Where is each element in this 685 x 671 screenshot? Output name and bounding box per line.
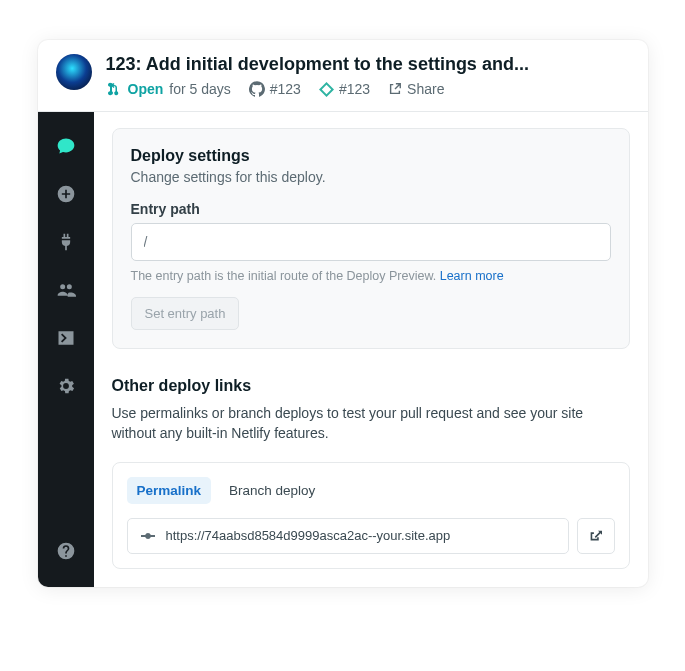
github-link[interactable]: #123 xyxy=(249,81,301,97)
sidebar-item-terminal[interactable] xyxy=(38,314,94,362)
content: Deploy settings Change settings for this… xyxy=(94,112,648,587)
share-button[interactable]: Share xyxy=(388,81,444,97)
entry-path-label: Entry path xyxy=(131,201,611,217)
entry-path-help: The entry path is the initial route of t… xyxy=(131,269,611,283)
header-text: 123: Add initial development to the sett… xyxy=(106,54,630,97)
deploy-drawer: 123: Add initial development to the sett… xyxy=(38,40,648,587)
plug-icon xyxy=(56,232,76,252)
deploy-url-text: https://74aabsd8584d9999asca2ac--your.si… xyxy=(166,528,451,543)
sidebar-item-plugins[interactable] xyxy=(38,218,94,266)
pull-request-icon xyxy=(106,81,122,97)
terminal-icon xyxy=(56,328,76,348)
deploy-link-tabs: Permalink Branch deploy xyxy=(127,477,615,504)
netlify-link[interactable]: #123 xyxy=(319,81,370,97)
sidebar xyxy=(38,112,94,587)
entry-path-input[interactable] xyxy=(131,223,611,261)
deploy-settings-card: Deploy settings Change settings for this… xyxy=(112,128,630,349)
deploy-url-field[interactable]: https://74aabsd8584d9999asca2ac--your.si… xyxy=(127,518,569,554)
gear-icon xyxy=(56,376,76,396)
chat-icon xyxy=(56,136,76,156)
learn-more-link[interactable]: Learn more xyxy=(440,269,504,283)
sidebar-item-members[interactable] xyxy=(38,266,94,314)
avatar xyxy=(56,54,92,90)
set-entry-path-button[interactable]: Set entry path xyxy=(131,297,240,330)
people-icon xyxy=(56,280,76,300)
tab-branch-deploy[interactable]: Branch deploy xyxy=(219,477,325,504)
commit-icon xyxy=(140,528,156,544)
status-label: Open xyxy=(128,81,164,97)
deploy-settings-description: Change settings for this deploy. xyxy=(131,169,611,185)
other-deploy-links-section: Other deploy links Use permalinks or bra… xyxy=(112,377,630,569)
external-link-icon xyxy=(589,529,602,542)
status-badge: Open for 5 days xyxy=(106,81,231,97)
header: 123: Add initial development to the sett… xyxy=(38,40,648,112)
sidebar-item-add[interactable] xyxy=(38,170,94,218)
other-deploy-links-heading: Other deploy links xyxy=(112,377,630,395)
help-text: The entry path is the initial route of t… xyxy=(131,269,440,283)
deploy-link-box: Permalink Branch deploy https://74aabsd8… xyxy=(112,462,630,569)
tab-permalink[interactable]: Permalink xyxy=(127,477,212,504)
share-icon xyxy=(388,82,402,96)
share-label: Share xyxy=(407,81,444,97)
sidebar-item-help[interactable] xyxy=(38,527,94,575)
github-icon xyxy=(249,81,265,97)
github-ref: #123 xyxy=(270,81,301,97)
sidebar-item-settings[interactable] xyxy=(38,362,94,410)
deploy-url-row: https://74aabsd8584d9999asca2ac--your.si… xyxy=(127,518,615,554)
sidebar-item-activity[interactable] xyxy=(38,122,94,170)
netlify-icon xyxy=(319,82,334,97)
plus-circle-icon xyxy=(56,184,76,204)
open-url-button[interactable] xyxy=(577,518,615,554)
body: Deploy settings Change settings for this… xyxy=(38,112,648,587)
other-deploy-links-description: Use permalinks or branch deploys to test… xyxy=(112,403,630,444)
help-icon xyxy=(56,541,76,561)
page-title: 123: Add initial development to the sett… xyxy=(106,54,630,75)
netlify-ref: #123 xyxy=(339,81,370,97)
meta-row: Open for 5 days #123 #123 Share xyxy=(106,81,630,97)
status-duration: for 5 days xyxy=(169,81,230,97)
deploy-settings-heading: Deploy settings xyxy=(131,147,611,165)
